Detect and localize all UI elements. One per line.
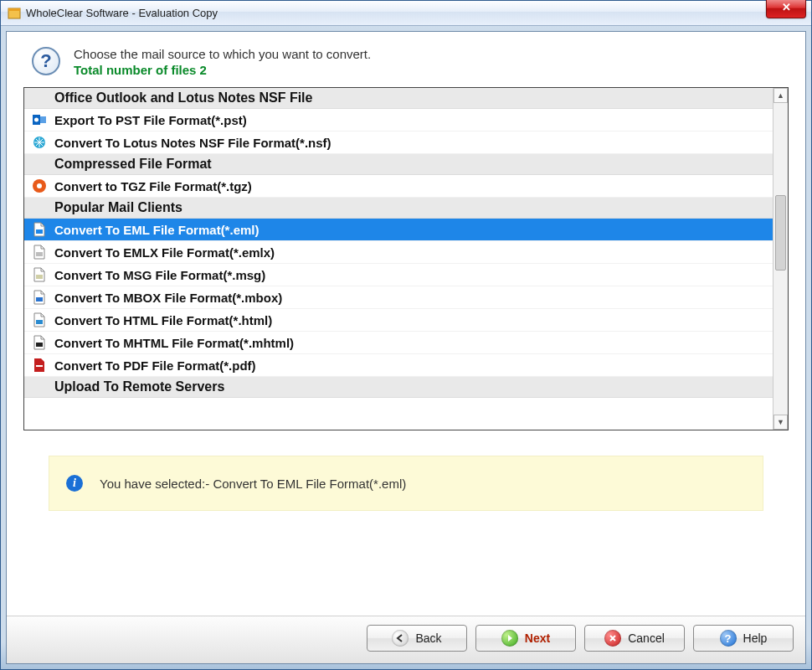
- close-button[interactable]: ✕: [766, 0, 806, 18]
- app-window: WholeClear Software - Evaluation Copy ✕ …: [0, 0, 812, 670]
- selection-info-text: You have selected:- Convert To EML File …: [100, 477, 406, 491]
- list-item[interactable]: Convert To PDF File Format(*.pdf): [24, 354, 773, 377]
- scroll-track[interactable]: [773, 103, 788, 415]
- header-text: Choose the mail source to which you want…: [74, 47, 371, 77]
- app-icon: [8, 7, 21, 20]
- help-button[interactable]: ? Help: [693, 625, 794, 652]
- back-button[interactable]: Back: [367, 625, 467, 652]
- list-item-label: Convert To HTML File Format(*.html): [54, 313, 272, 327]
- list-category: Compressed File Format: [24, 154, 773, 175]
- list-item[interactable]: Convert To MSG File Format(*.msg): [24, 264, 773, 286]
- list-item[interactable]: Convert To MHTML File Format(*.mhtml): [24, 332, 773, 354]
- list-category: Upload To Remote Servers: [24, 377, 773, 398]
- svg-rect-14: [36, 365, 43, 367]
- list-item[interactable]: Convert To EMLX File Format(*.emlx): [24, 241, 773, 264]
- next-play-icon: [501, 630, 518, 647]
- lotus-nsf-icon: [31, 134, 48, 151]
- help-q-icon: ?: [720, 630, 737, 647]
- format-list-body[interactable]: Office Outlook and Lotus Notes NSF FileE…: [24, 88, 773, 430]
- list-category: Office Outlook and Lotus Notes NSF File: [24, 88, 773, 109]
- scroll-up-button[interactable]: ▲: [773, 88, 788, 103]
- mbox-icon: [31, 289, 48, 306]
- titlebar: WholeClear Software - Evaluation Copy ✕: [1, 1, 811, 26]
- list-item-label: Convert To MBOX File Format(*.mbox): [54, 291, 282, 305]
- format-list: Office Outlook and Lotus Notes NSF FileE…: [23, 87, 789, 430]
- next-button[interactable]: Next: [475, 625, 576, 652]
- header: ? Choose the mail source to which you wa…: [7, 32, 805, 87]
- svg-rect-10: [36, 275, 43, 279]
- svg-rect-9: [36, 252, 43, 256]
- wizard-page: ? Choose the mail source to which you wa…: [6, 31, 806, 664]
- next-button-label: Next: [525, 631, 550, 645]
- svg-rect-13: [36, 343, 43, 347]
- selection-info-prefix: You have selected:-: [100, 477, 213, 491]
- pdf-icon: [31, 357, 48, 374]
- info-icon: i: [66, 475, 83, 492]
- question-icon: ?: [32, 47, 60, 75]
- outlook-icon: [31, 111, 48, 128]
- list-item-label: Convert To EML File Format(*.eml): [54, 223, 259, 237]
- button-bar: Back Next Cancel: [7, 616, 805, 663]
- list-item[interactable]: Convert To MBOX File Format(*.mbox): [24, 286, 773, 309]
- svg-rect-11: [36, 297, 43, 302]
- list-item[interactable]: Convert To Lotus Notes NSF File Format(*…: [24, 131, 773, 154]
- header-instruction: Choose the mail source to which you want…: [74, 47, 371, 61]
- selection-info-value: Convert To EML File Format(*.eml): [213, 477, 406, 491]
- svg-rect-1: [8, 8, 20, 11]
- cancel-button[interactable]: Cancel: [584, 625, 685, 652]
- msg-icon: [31, 266, 48, 283]
- header-file-count: Total number of files 2: [74, 63, 371, 77]
- back-button-label: Back: [415, 631, 441, 645]
- selection-info: i You have selected:- Convert To EML Fil…: [49, 456, 763, 511]
- help-button-label: Help: [743, 631, 768, 645]
- list-item-label: Convert to TGZ File Format(*.tgz): [54, 179, 252, 193]
- cancel-x-icon: [604, 630, 621, 647]
- window-title: WholeClear Software - Evaluation Copy: [26, 7, 766, 19]
- list-item-label: Convert To PDF File Format(*.pdf): [54, 358, 256, 373]
- emlx-icon: [31, 244, 48, 260]
- scroll-thumb[interactable]: [775, 195, 786, 271]
- svg-rect-12: [36, 320, 43, 324]
- mhtml-icon: [31, 334, 48, 351]
- back-arrow-icon: [392, 630, 409, 647]
- list-item-label: Convert To MSG File Format(*.msg): [54, 268, 265, 282]
- list-item[interactable]: Convert To EML File Format(*.eml): [24, 219, 773, 241]
- cancel-button-label: Cancel: [628, 631, 665, 645]
- list-item-label: Convert To EMLX File Format(*.emlx): [54, 245, 275, 260]
- scrollbar[interactable]: ▲ ▼: [773, 88, 788, 430]
- list-item-label: Export To PST File Format(*.pst): [54, 113, 247, 127]
- list-item-label: Convert To Lotus Notes NSF File Format(*…: [54, 136, 331, 150]
- tgz-icon: [31, 178, 48, 194]
- eml-icon: [31, 221, 48, 238]
- scroll-down-button[interactable]: ▼: [773, 415, 788, 430]
- svg-rect-3: [40, 116, 46, 123]
- svg-rect-8: [36, 229, 43, 234]
- list-item-label: Convert To MHTML File Format(*.mhtml): [54, 336, 294, 350]
- svg-point-4: [34, 118, 39, 122]
- list-category: Popular Mail Clients: [24, 198, 773, 219]
- list-item[interactable]: Convert To HTML File Format(*.html): [24, 309, 773, 332]
- html-icon: [31, 312, 48, 328]
- list-item[interactable]: Convert to TGZ File Format(*.tgz): [24, 175, 773, 198]
- svg-point-7: [37, 183, 42, 188]
- list-item[interactable]: Export To PST File Format(*.pst): [24, 109, 773, 131]
